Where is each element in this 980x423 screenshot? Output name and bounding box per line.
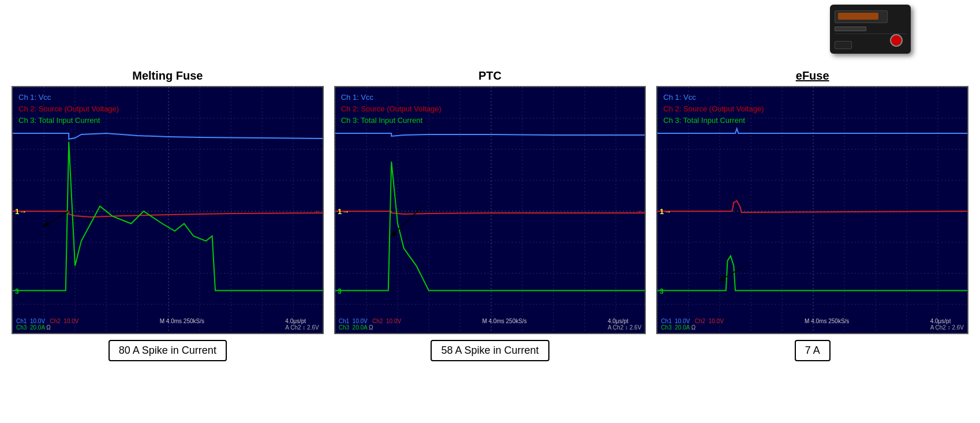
scope-panel-efuse: eFuse1→←3Ch 1: VccCh 2: Source (Output V… (656, 69, 968, 361)
footer-mid: M 4.0ms 250kS/s (160, 318, 204, 331)
svg-text:←: ← (959, 207, 967, 216)
device-display (835, 27, 866, 31)
scope-legend-melting-fuse: Ch 1: VccCh 2: Source (Output Voltage)Ch… (18, 92, 119, 126)
legend-item-0: Ch 1: Vcc (18, 92, 119, 103)
legend-item-1: Ch 2: Source (Output Voltage) (663, 103, 764, 115)
footer-right: 4.0μs/ptA Ch2 ↕ 2.6V (930, 318, 964, 331)
device-image (830, 5, 911, 57)
svg-text:3: 3 (15, 287, 19, 295)
scope-panel-melting-fuse: Melting Fuse1→←3Ch 1: VccCh 2: Source (O… (12, 69, 324, 361)
scope-footer-efuse: Ch1 10.0V Ch2 10.0VCh3 20.0A ΩM 4.0ms 25… (657, 318, 967, 331)
device-divider (835, 33, 906, 34)
label-box-ptc: 58 A Spike in Current (431, 340, 549, 361)
svg-text:1→: 1→ (338, 207, 349, 216)
footer-left: Ch1 10.0V Ch2 10.0VCh3 20.0A Ω (339, 318, 401, 331)
label-box-melting-fuse: 80 A Spike in Current (109, 340, 227, 361)
scope-title-ptc: PTC (478, 69, 502, 83)
scope-screen-efuse: 1→←3Ch 1: VccCh 2: Source (Output Voltag… (656, 86, 968, 334)
svg-text:←: ← (314, 207, 322, 216)
svg-text:1→: 1→ (15, 207, 27, 216)
scope-legend-efuse: Ch 1: VccCh 2: Source (Output Voltage)Ch… (663, 92, 764, 126)
legend-item-2: Ch 3: Total Input Current (18, 115, 119, 126)
svg-text:←: ← (637, 207, 645, 216)
svg-text:3: 3 (660, 287, 664, 295)
footer-left: Ch1 10.0V Ch2 10.0VCh3 20.0A Ω (661, 318, 723, 331)
scope-footer-melting-fuse: Ch1 10.0V Ch2 10.0VCh3 20.0A ΩM 4.0ms 25… (13, 318, 323, 331)
label-box-efuse: 7 A (795, 340, 831, 361)
scope-screen-melting-fuse: 1→←3Ch 1: VccCh 2: Source (Output Voltag… (12, 86, 324, 334)
legend-item-0: Ch 1: Vcc (663, 92, 764, 103)
svg-line-23 (44, 211, 69, 226)
legend-item-1: Ch 2: Source (Output Voltage) (18, 103, 119, 115)
scope-panel-ptc: PTC1→←3Ch 1: VccCh 2: Source (Output Vol… (334, 69, 646, 361)
footer-right: 4.0μs/ptA Ch2 ↕ 2.6V (608, 318, 641, 331)
footer-mid: M 4.0ms 250kS/s (805, 318, 849, 331)
scope-legend-ptc: Ch 1: VccCh 2: Source (Output Voltage)Ch… (341, 92, 442, 126)
legend-item-2: Ch 3: Total Input Current (663, 115, 764, 126)
footer-right: 4.0μs/ptA Ch2 ↕ 2.6V (285, 318, 319, 331)
svg-text:3: 3 (338, 287, 342, 295)
scope-title-efuse: eFuse (796, 69, 829, 83)
footer-mid: M 4.0ms 250kS/s (482, 318, 526, 331)
scope-screen-ptc: 1→←3Ch 1: VccCh 2: Source (Output Voltag… (334, 86, 646, 334)
device-box (830, 5, 911, 54)
legend-item-1: Ch 2: Source (Output Voltage) (341, 103, 442, 115)
scope-footer-ptc: Ch1 10.0V Ch2 10.0VCh3 20.0A ΩM 4.0ms 25… (335, 318, 645, 331)
device-knob (890, 34, 903, 47)
scope-title-melting-fuse: Melting Fuse (132, 69, 203, 83)
footer-left: Ch1 10.0V Ch2 10.0VCh3 20.0A Ω (16, 318, 78, 331)
legend-item-0: Ch 1: Vcc (341, 92, 442, 103)
device-port (835, 41, 852, 49)
svg-text:1→: 1→ (660, 207, 671, 216)
legend-item-2: Ch 3: Total Input Current (341, 115, 442, 126)
oscilloscopes-container: Melting Fuse1→←3Ch 1: VccCh 2: Source (O… (12, 69, 968, 361)
